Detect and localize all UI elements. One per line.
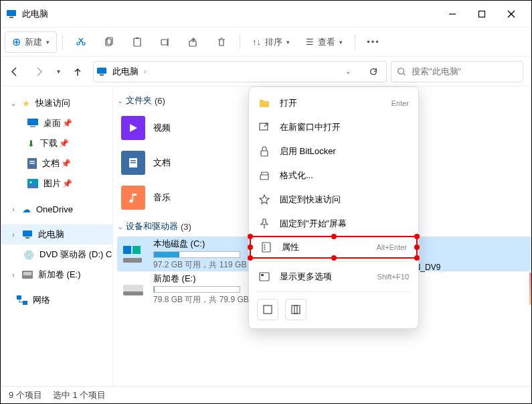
- download-icon: ⬇: [27, 139, 35, 149]
- forward-button[interactable]: [27, 61, 50, 82]
- svg-rect-41: [260, 101, 269, 107]
- svg-line-16: [404, 73, 406, 75]
- svg-point-15: [398, 68, 404, 74]
- sidebar-item-desktop[interactable]: 桌面 📌: [1, 113, 112, 133]
- menu-pin-start[interactable]: 固定到"开始"屏幕: [249, 212, 418, 236]
- menu-new-window[interactable]: 在新窗口中打开: [249, 115, 418, 139]
- app-shortcut-2[interactable]: [285, 299, 306, 320]
- chevron-down-icon: ▾: [46, 39, 50, 46]
- menu-more[interactable]: 显示更多选项 Shift+F10: [249, 265, 418, 289]
- svg-rect-17: [27, 119, 38, 125]
- rename-button[interactable]: [153, 31, 178, 53]
- back-button[interactable]: [3, 61, 26, 82]
- menu-open[interactable]: 打开 Enter: [249, 91, 418, 115]
- menu-separator: [256, 261, 412, 262]
- svg-rect-45: [260, 175, 268, 180]
- address-bar[interactable]: 此电脑 › ⌄: [93, 61, 387, 82]
- new-window-icon: [258, 121, 270, 133]
- chevron-right-icon: ›: [10, 231, 17, 239]
- up-button[interactable]: [66, 61, 89, 82]
- svg-rect-37: [132, 246, 141, 254]
- sidebar-item-newvol[interactable]: › 新加卷 (E:): [1, 265, 112, 285]
- svg-rect-0: [7, 10, 16, 16]
- svg-rect-3: [479, 11, 485, 17]
- sidebar-item-pictures[interactable]: 图片 📌: [1, 174, 112, 194]
- svg-rect-46: [262, 243, 270, 252]
- svg-rect-51: [261, 274, 264, 276]
- pin-icon: 📌: [62, 119, 72, 128]
- svg-rect-35: [132, 194, 134, 201]
- menu-pin-quick[interactable]: 固定到快速访问: [249, 188, 418, 212]
- chevron-down-icon: ⌄: [117, 222, 123, 231]
- svg-rect-36: [123, 246, 131, 254]
- addr-dropdown-button[interactable]: ⌄: [338, 62, 358, 81]
- more-button[interactable]: •••: [361, 31, 386, 53]
- svg-rect-33: [130, 162, 136, 163]
- sidebar-item-thispc[interactable]: › 此电脑: [1, 224, 112, 245]
- new-button[interactable]: ⊕ 新建 ▾: [5, 31, 57, 53]
- svg-rect-27: [23, 272, 31, 275]
- properties-icon: [260, 241, 272, 253]
- sidebar-item-downloads[interactable]: ⬇ 下载 📌: [1, 133, 112, 153]
- close-button[interactable]: [497, 3, 526, 25]
- minimize-button[interactable]: [438, 3, 467, 25]
- svg-rect-44: [261, 151, 268, 156]
- svg-rect-21: [29, 163, 35, 164]
- chevron-down-icon: ⌄: [10, 100, 17, 107]
- sidebar-item-dvd[interactable]: 💿 DVD 驱动器 (D:) CC: [1, 245, 112, 265]
- usage-bar: [153, 286, 240, 293]
- paste-button[interactable]: [124, 31, 150, 53]
- refresh-button[interactable]: [363, 62, 383, 81]
- videos-icon: [121, 116, 145, 140]
- delete-button[interactable]: [209, 31, 234, 53]
- chevron-right-icon: ›: [10, 271, 17, 279]
- status-item-count: 9 个项目: [9, 389, 42, 401]
- svg-rect-50: [260, 273, 269, 281]
- view-icon: ☰: [306, 37, 314, 47]
- search-input[interactable]: 搜索"此电脑": [391, 61, 523, 82]
- sort-button[interactable]: ↑↓ 排序 ▾: [246, 31, 296, 53]
- menu-bitlocker[interactable]: 启用 BitLocker: [249, 139, 418, 163]
- chevron-down-icon: ▾: [339, 39, 343, 46]
- picture-icon: [27, 179, 38, 188]
- monitor-icon: [6, 9, 17, 19]
- maximize-button[interactable]: [467, 3, 497, 25]
- sidebar-item-documents[interactable]: 文档 📌: [1, 153, 112, 174]
- star-icon: [258, 194, 270, 206]
- svg-rect-14: [100, 74, 104, 76]
- cut-button[interactable]: [68, 31, 94, 53]
- svg-rect-12: [189, 41, 196, 46]
- pin-icon: 📌: [62, 179, 72, 188]
- svg-marker-30: [130, 124, 137, 132]
- desktop-icon: [27, 119, 38, 128]
- recent-button[interactable]: ▾: [52, 61, 65, 82]
- breadcrumb[interactable]: 此电脑: [112, 66, 139, 78]
- document-icon: [27, 158, 37, 169]
- music-icon: [121, 186, 145, 210]
- sidebar-item-network[interactable]: 网络: [1, 290, 112, 310]
- context-menu: 打开 Enter 在新窗口中打开 启用 BitLocker 格式化... 固定到…: [248, 86, 419, 329]
- svg-rect-8: [134, 38, 141, 46]
- documents-icon: [121, 151, 145, 175]
- pin-icon: 📌: [61, 159, 71, 168]
- pin-icon: [258, 218, 270, 230]
- pin-icon: 📌: [59, 139, 69, 148]
- menu-format[interactable]: 格式化...: [249, 163, 418, 188]
- chevron-down-icon: ▾: [286, 39, 290, 46]
- svg-rect-10: [161, 40, 167, 45]
- svg-rect-28: [17, 295, 21, 299]
- format-icon: [258, 170, 270, 182]
- sidebar-item-quick-access[interactable]: ⌄ ★ 快速访问: [1, 93, 112, 113]
- svg-rect-25: [25, 237, 29, 239]
- svg-rect-13: [97, 68, 106, 74]
- app-shortcut-1[interactable]: [257, 299, 278, 320]
- menu-properties[interactable]: 属性 Alt+Enter: [250, 236, 418, 259]
- drive-icon: [22, 271, 33, 279]
- svg-rect-24: [23, 230, 32, 237]
- share-button[interactable]: [181, 31, 206, 53]
- view-button[interactable]: ☰ 查看 ▾: [299, 31, 349, 53]
- copy-button[interactable]: [96, 31, 122, 53]
- sidebar-item-onedrive[interactable]: › ☁ OneDrive: [1, 199, 112, 219]
- chevron-right-icon[interactable]: ›: [144, 68, 146, 75]
- svg-point-49: [264, 249, 266, 250]
